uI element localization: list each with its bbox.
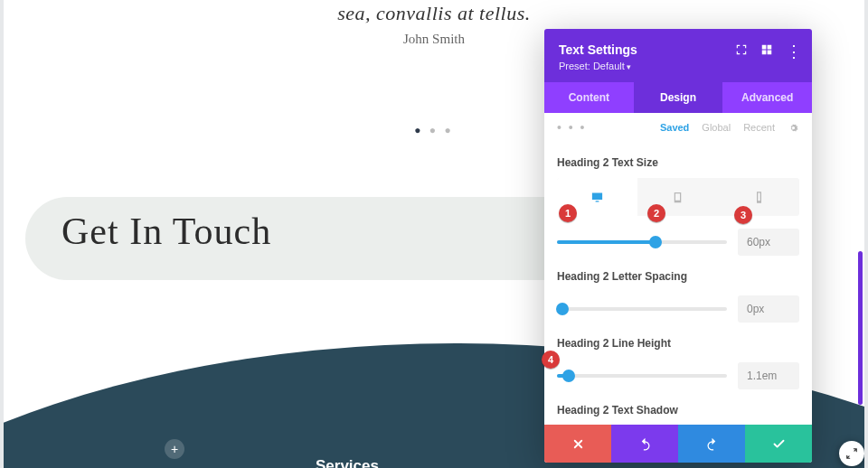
text-size-slider-row: 60px [557, 229, 799, 256]
discard-button[interactable] [544, 425, 611, 463]
letter-spacing-slider-row: 0px [557, 295, 799, 323]
redo-button[interactable] [678, 425, 745, 463]
annotation-1: 1 [559, 204, 577, 222]
preset-filter-saved[interactable]: Saved [660, 122, 689, 133]
tab-content[interactable]: Content [544, 82, 634, 113]
preset-filter-row: • • • Saved Global Recent [544, 113, 812, 142]
testimonial-quote-tail: sea, convallis at tellus. [4, 2, 864, 25]
preset-filter-recent[interactable]: Recent [743, 122, 775, 133]
panel-header: Text Settings Preset: Default ⋮ [544, 29, 812, 82]
preset-dropdown[interactable]: Preset: Default [559, 61, 797, 71]
check-icon [772, 437, 786, 451]
redo-icon [705, 437, 719, 451]
line-height-value[interactable]: 1.1em [738, 362, 799, 389]
phone-icon [752, 191, 766, 204]
expand-corner-button[interactable] [839, 441, 864, 466]
desktop-icon [590, 191, 604, 204]
tablet-icon [671, 191, 684, 204]
footer-heading-services: Services [316, 457, 379, 468]
label-text-size: Heading 2 Text Size [557, 156, 799, 169]
grid-icon[interactable] [760, 43, 773, 60]
heading-get-in-touch: Get In Touch [61, 210, 271, 253]
label-line-height: Heading 2 Line Height [557, 337, 799, 350]
device-tab-phone[interactable] [719, 178, 799, 216]
tab-design[interactable]: Design [634, 82, 723, 113]
label-letter-spacing: Heading 2 Letter Spacing [557, 270, 799, 283]
preset-filter-global[interactable]: Global [702, 122, 731, 133]
undo-icon [638, 437, 652, 451]
letter-spacing-slider[interactable] [557, 307, 727, 311]
gear-icon[interactable] [788, 122, 799, 134]
close-icon [571, 437, 585, 451]
module-settings-panel: Text Settings Preset: Default ⋮ Content … [544, 29, 812, 463]
text-size-slider[interactable] [557, 240, 727, 244]
annotation-3: 3 [734, 206, 752, 224]
line-height-slider[interactable] [557, 374, 727, 378]
undo-button[interactable] [611, 425, 678, 463]
add-section-button[interactable]: + [165, 439, 184, 459]
annotation-2: 2 [647, 204, 665, 222]
label-text-shadow: Heading 2 Text Shadow [557, 404, 799, 417]
panel-footer [544, 425, 812, 463]
responsive-tabs [557, 178, 799, 216]
annotation-4: 4 [542, 351, 560, 369]
preset-more-icon[interactable]: • • • [557, 120, 647, 135]
expand-icon[interactable] [735, 43, 748, 60]
panel-scrollbar[interactable] [858, 251, 863, 405]
more-menu-icon[interactable]: ⋮ [786, 45, 801, 58]
text-size-value[interactable]: 60px [738, 229, 799, 256]
line-height-slider-row: 1.1em [557, 362, 799, 389]
letter-spacing-value[interactable]: 0px [738, 295, 799, 323]
panel-tabs: Content Design Advanced [544, 82, 812, 113]
tab-advanced[interactable]: Advanced [722, 82, 812, 113]
save-button[interactable] [745, 425, 812, 463]
